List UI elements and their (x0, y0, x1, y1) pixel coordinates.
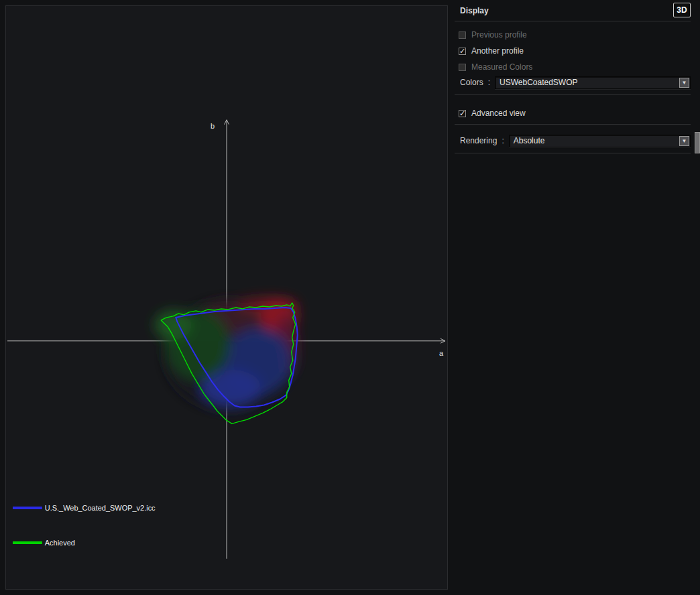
rendering-field-row: Rendering : Absolute ▼ (460, 134, 691, 147)
checkbox-label: Another profile (471, 46, 524, 56)
rendering-dropdown[interactable]: Absolute ▼ (509, 135, 691, 147)
rendering-label: Rendering (460, 136, 497, 145)
rendering-colon: : (502, 136, 504, 145)
profile-checkbox-list: Previous profile✓Another profileMeasured… (459, 27, 691, 75)
separator (455, 124, 691, 125)
chevron-down-icon[interactable]: ▼ (679, 78, 689, 88)
separator (455, 94, 691, 95)
legend-label: U.S._Web_Coated_SWOP_v2.icc (45, 504, 156, 512)
checkbox-box[interactable]: ✓ (459, 110, 466, 117)
colors-field-row: Colors : USWebCoatedSWOP ▼ (460, 76, 691, 89)
checkbox-another-profile[interactable]: ✓Another profile (459, 43, 691, 59)
separator (455, 153, 691, 153)
rendering-dropdown-value: Absolute (510, 136, 679, 145)
checkbox-box[interactable] (459, 64, 466, 71)
checkbox-label: Measured Colors (471, 62, 532, 72)
separator (455, 21, 691, 21)
checkbox-advanced-view[interactable]: ✓ Advanced view (459, 105, 691, 121)
gamut-fill (154, 297, 298, 409)
checkbox-previous-profile[interactable]: Previous profile (459, 27, 691, 43)
y-axis-label: b (211, 122, 215, 130)
checkbox-label: Advanced view (471, 109, 526, 118)
checkbox-label: Previous profile (471, 30, 527, 40)
gamut-plot-svg: b a U.S._Web_Coated_SWOP_v2.iccAchieved (6, 6, 447, 589)
view-3d-button[interactable]: 3D (673, 3, 691, 17)
x-axis-label: a (439, 349, 444, 357)
colors-colon: : (488, 78, 490, 87)
colors-dropdown-value: USWebCoatedSWOP (495, 78, 679, 87)
chevron-down-icon[interactable]: ▼ (679, 136, 689, 146)
checkbox-box[interactable]: ✓ (459, 48, 466, 55)
scrollbar-thumb[interactable] (695, 132, 700, 153)
checkbox-box[interactable] (459, 31, 466, 39)
gamut-fill-blob (154, 310, 192, 340)
plot-legend: U.S._Web_Coated_SWOP_v2.iccAchieved (13, 504, 156, 547)
gamut-plot-area: b a U.S._Web_Coated_SWOP_v2.iccAchieved (5, 5, 448, 590)
gamut-viewer-window: { "panel": { "title": "Display", "view_3… (0, 0, 700, 595)
checkbox-measured-colors[interactable]: Measured Colors (459, 59, 691, 75)
colors-dropdown[interactable]: USWebCoatedSWOP ▼ (495, 76, 691, 89)
display-panel: Display 3D Previous profile✓Another prof… (455, 0, 691, 595)
panel-title: Display (460, 6, 489, 15)
colors-label: Colors (460, 78, 483, 87)
legend-label: Achieved (45, 539, 75, 547)
